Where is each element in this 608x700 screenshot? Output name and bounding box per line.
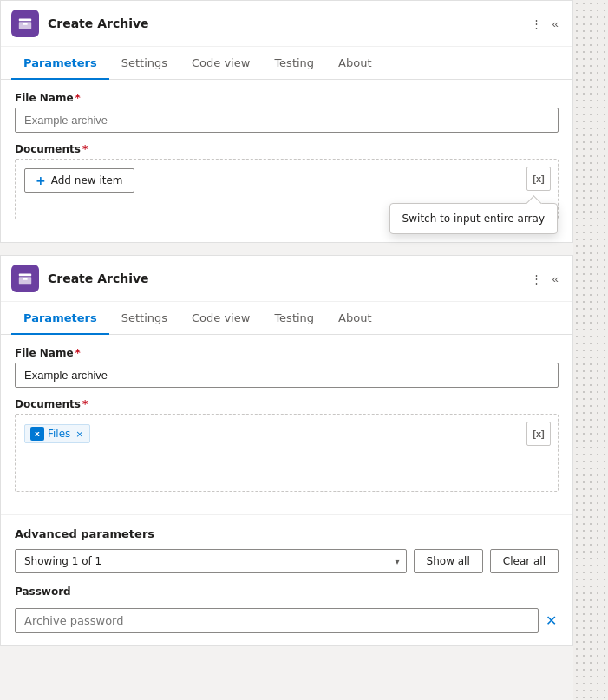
panel-1-tabs: Parameters Settings Code view Testing Ab…: [1, 47, 572, 80]
svg-rect-1: [19, 22, 31, 29]
panel-2-actions: ⋮ «: [527, 269, 562, 289]
advanced-section: Advanced parameters Showing 1 of 1 ▾ Sho…: [1, 514, 572, 645]
panel-1-header: Create Archive ⋮ «: [1, 1, 572, 47]
tooltip-switch-array: Switch to input entire array: [389, 203, 558, 234]
token-label: Files: [48, 428, 70, 440]
tab-settings-1[interactable]: Settings: [109, 48, 180, 80]
switch-array-button-1[interactable]: [x]: [526, 167, 551, 191]
showing-select[interactable]: Showing 1 of 1: [15, 549, 407, 573]
password-input[interactable]: [15, 608, 539, 633]
svg-rect-3: [19, 274, 31, 277]
app-icon-1: [11, 10, 39, 37]
side-dots: [573, 0, 608, 700]
clear-password-button[interactable]: ✕: [544, 611, 559, 631]
documents-label-2: Documents*: [15, 398, 559, 410]
documents-group-2: Documents* x Files × [x]: [15, 398, 559, 492]
app-icon-2: [11, 265, 39, 292]
svg-rect-2: [23, 23, 27, 25]
tab-parameters-2[interactable]: Parameters: [11, 303, 109, 335]
documents-label-text-2: Documents: [15, 398, 81, 410]
more-icon-2: ⋮: [531, 272, 542, 285]
tab-about-2[interactable]: About: [326, 303, 383, 335]
more-icon-1: ⋮: [531, 17, 542, 30]
token-icon: x: [30, 427, 44, 441]
panel-1-title: Create Archive: [48, 16, 519, 30]
tab-settings-2[interactable]: Settings: [109, 303, 180, 335]
switch-array-button-2[interactable]: [x]: [526, 422, 551, 446]
svg-rect-5: [23, 278, 27, 280]
tab-testing-2[interactable]: Testing: [262, 303, 326, 335]
password-label: Password: [15, 586, 559, 598]
file-name-input-2[interactable]: [15, 363, 559, 388]
file-name-label-1: File Name*: [15, 92, 559, 104]
documents-group-1: Documents* + Add new item [x] Switch to …: [15, 143, 559, 219]
documents-label-text-1: Documents: [15, 143, 81, 155]
panel-2-tabs: Parameters Settings Code view Testing Ab…: [1, 302, 572, 335]
panel-1: Create Archive ⋮ « Parameters Settings C…: [0, 0, 573, 243]
required-star-2: *: [75, 347, 81, 359]
token-close-button[interactable]: ×: [75, 429, 83, 440]
panel-1-body: File Name* Documents* + Add new item: [1, 80, 572, 242]
documents-area-2: x Files × [x]: [15, 414, 559, 492]
collapse-icon-2: «: [552, 272, 559, 285]
panel-2: Create Archive ⋮ « Parameters Settings C…: [0, 255, 573, 646]
clear-all-button[interactable]: Clear all: [490, 549, 559, 573]
archive-icon-2: [17, 271, 33, 286]
file-name-label-text-2: File Name: [15, 347, 74, 359]
collapse-icon-1: «: [552, 17, 559, 30]
collapse-button-2[interactable]: «: [549, 269, 562, 289]
password-group: Password ✕: [15, 586, 559, 633]
documents-label-1: Documents*: [15, 143, 559, 155]
required-star-doc-2: *: [82, 398, 88, 410]
required-star-doc-1: *: [82, 143, 88, 155]
tab-about-1[interactable]: About: [326, 48, 383, 80]
panel-2-body: File Name* Documents* x Files ×: [1, 335, 572, 514]
plus-icon-1: +: [36, 173, 46, 187]
collapse-button-1[interactable]: «: [549, 14, 562, 34]
panel-1-actions: ⋮ «: [527, 14, 562, 34]
more-options-button-1[interactable]: ⋮: [527, 14, 546, 34]
advanced-controls: Showing 1 of 1 ▾ Show all Clear all: [15, 549, 559, 573]
advanced-label: Advanced parameters: [15, 527, 559, 540]
panel-2-title: Create Archive: [48, 271, 519, 285]
documents-area-1: + Add new item [x] Switch to input entir…: [15, 159, 559, 219]
tooltip-text: Switch to input entire array: [402, 213, 545, 225]
add-item-label-1: Add new item: [51, 174, 123, 186]
panel-2-header: Create Archive ⋮ «: [1, 256, 572, 302]
tab-code-view-2[interactable]: Code view: [180, 303, 262, 335]
add-item-button-1[interactable]: + Add new item: [24, 168, 134, 193]
tab-testing-1[interactable]: Testing: [262, 48, 326, 80]
tab-code-view-1[interactable]: Code view: [180, 48, 262, 80]
file-name-label-2: File Name*: [15, 347, 559, 359]
file-name-label-text-1: File Name: [15, 92, 74, 104]
file-name-group-1: File Name*: [15, 92, 559, 133]
required-star-1: *: [75, 92, 81, 104]
show-all-button[interactable]: Show all: [414, 549, 483, 573]
tab-parameters-1[interactable]: Parameters: [11, 48, 109, 80]
files-token[interactable]: x Files ×: [24, 424, 90, 443]
array-icon-1: [x]: [533, 173, 544, 184]
password-row: ✕: [15, 608, 559, 633]
array-icon-2: [x]: [533, 429, 544, 439]
showing-dropdown-wrapper: Showing 1 of 1 ▾: [15, 549, 407, 573]
clear-x-icon: ✕: [546, 612, 557, 629]
file-name-group-2: File Name*: [15, 347, 559, 388]
svg-rect-4: [19, 277, 31, 284]
svg-rect-0: [19, 19, 31, 22]
archive-icon-1: [17, 16, 33, 31]
more-options-button-2[interactable]: ⋮: [527, 269, 546, 289]
file-name-input-1[interactable]: [15, 108, 559, 133]
